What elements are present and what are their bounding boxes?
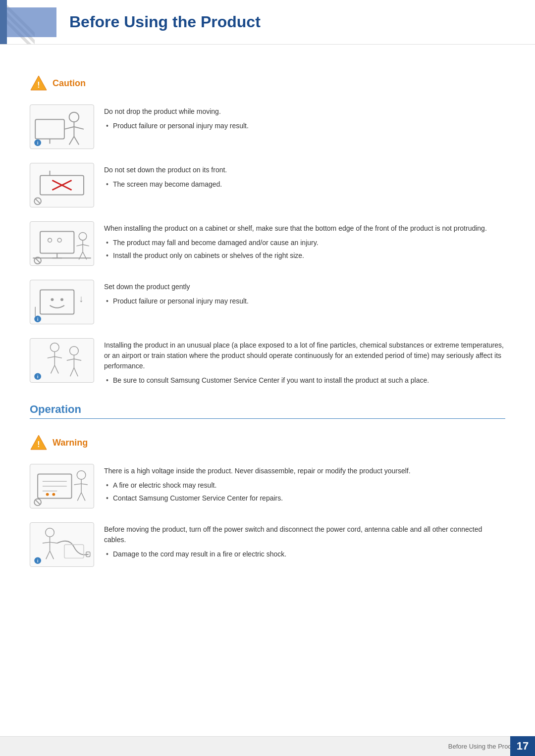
caution-bullets-2: The screen may become damaged. [104,179,505,190]
svg-line-31 [76,245,83,246]
svg-line-51 [74,359,81,360]
page-footer: Before Using the Product 17 [0,736,535,756]
caution-bullets-5: Be sure to consult Samsung Customer Serv… [104,375,505,386]
svg-point-70 [46,493,49,496]
svg-line-11 [69,137,74,145]
svg-point-37 [60,298,63,301]
svg-rect-5 [35,119,64,139]
caution-text-4: Set down the product gently Product fail… [104,280,505,309]
svg-line-69 [35,500,40,504]
svg-line-46 [51,365,55,374]
caution-bullet-1-1: Product failure or personal injury may r… [104,121,505,131]
svg-text:i: i [37,141,38,146]
warning-bullets-2: Damage to the cord may result in a fire … [104,549,505,559]
page-number: 17 [510,736,535,756]
caution-item-5: i Installing the product in an unusual p… [30,338,505,388]
caution-bullets-1: Product failure or personal injury may r… [104,121,505,131]
svg-line-65 [81,484,88,485]
svg-line-12 [74,137,79,145]
svg-point-42 [51,343,59,352]
warning-bullet-1-1: A fire or electric shock may result. [104,480,505,491]
svg-line-45 [54,356,62,358]
svg-text:i: i [37,317,38,322]
caution-main-2: Do not set down the product on its front… [104,165,505,175]
svg-line-64 [74,484,81,485]
svg-line-74 [43,542,50,543]
warning-text-1: There is a high voltage inside the produ… [104,464,505,506]
warning-header: ! Warning [30,434,505,452]
warning-main-1: There is a high voltage inside the produ… [104,466,505,476]
warning-text-2: Before moving the product, turn off the … [104,522,505,562]
caution-bullet-5-1: Be sure to consult Samsung Customer Serv… [104,375,505,386]
caution-item-4: i ↓ Set down the product gently Product … [30,280,505,324]
svg-line-76 [46,551,50,559]
warning-bullet-1-2: Contact Samsung Customer Service Center … [104,493,505,504]
svg-line-44 [48,356,55,358]
svg-line-20 [35,199,40,203]
main-content: ! Caution i Do not drop the pr [0,45,535,610]
svg-point-36 [51,298,54,301]
caution-icon-4: i ↓ [30,280,94,324]
warning-main-2: Before moving the product, turn off the … [104,524,505,545]
svg-point-62 [77,471,86,480]
svg-line-53 [74,368,78,377]
header-accent-bar [0,0,7,44]
warning-bullets-1: A fire or electric shock may result. Con… [104,480,505,504]
caution-main-5: Installing the product in an unusual pla… [104,340,505,371]
caution-text-1: Do not drop the product while moving. Pr… [104,104,505,134]
caution-bullet-3-1: The product may fall and become damaged … [104,238,505,248]
footer-section-label: Before Using the Product [448,743,520,750]
warning-bullet-2-1: Damage to the cord may result in a fire … [104,549,505,559]
svg-point-72 [46,528,54,537]
svg-line-47 [54,365,58,374]
svg-rect-35 [40,290,74,314]
caution-main-3: When installing the product on a cabinet… [104,223,505,234]
svg-text:i: i [37,374,38,379]
svg-point-48 [70,347,79,355]
caution-bullets-4: Product failure or personal injury may r… [104,296,505,306]
svg-line-75 [50,542,57,543]
caution-header: ! Caution [30,74,505,92]
svg-line-50 [67,359,74,360]
warning-icon: ! [30,434,48,452]
svg-line-67 [81,493,85,501]
svg-rect-21 [40,232,74,253]
caution-icon-1: i [30,104,94,149]
caution-text-2: Do not set down the product on its front… [104,163,505,192]
warning-icon-2: i [30,522,94,567]
svg-point-25 [48,238,52,242]
svg-line-66 [77,493,81,501]
caution-text-3: When installing the product on a cabinet… [104,221,505,263]
svg-line-9 [64,127,74,129]
caution-item-3: When installing the product on a cabinet… [30,221,505,266]
svg-line-77 [50,551,54,559]
svg-point-71 [52,493,55,496]
svg-text:↓: ↓ [79,293,84,304]
svg-point-26 [57,238,61,242]
svg-line-28 [35,258,40,263]
caution-bullet-2-1: The screen may become damaged. [104,179,505,190]
svg-point-29 [79,233,87,241]
warning-item-2: i Before moving the product, turn off th… [30,522,505,567]
header-blue-block [7,7,56,37]
warning-icon-1 [30,464,94,508]
caution-bullets-3: The product may fall and become damaged … [104,238,505,261]
operation-section-title: Operation [30,403,505,419]
caution-bullet-4-1: Product failure or personal injury may r… [104,296,505,306]
svg-line-10 [74,127,84,129]
svg-text:!: ! [37,81,40,89]
caution-main-4: Set down the product gently [104,282,505,292]
svg-line-52 [70,368,74,377]
caution-item-1: i Do not drop the product while moving. … [30,104,505,149]
svg-text:!: ! [37,440,40,449]
caution-bullet-3-2: Install the product only on cabinets or … [104,251,505,261]
caution-label: Caution [53,78,86,89]
caution-item-2: Do not set down the product on its front… [30,163,505,207]
caution-icon-5: i [30,338,94,383]
caution-icon: ! [30,74,48,92]
svg-line-32 [83,245,89,246]
svg-text:i: i [37,558,38,563]
caution-text-5: Installing the product in an unusual pla… [104,338,505,388]
warning-label: Warning [53,438,88,448]
warning-item-1: There is a high voltage inside the produ… [30,464,505,508]
